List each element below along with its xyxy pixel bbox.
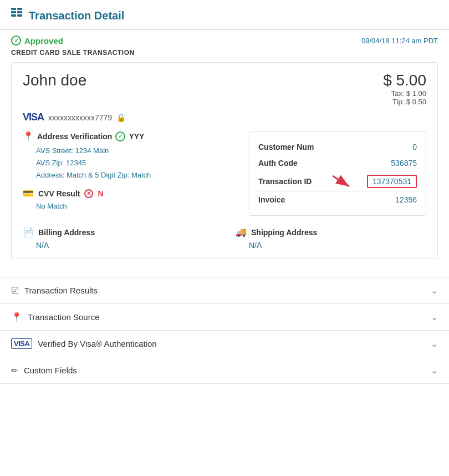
verified-by-visa-section[interactable]: VISA Verified By Visa® Authentication ⌄ xyxy=(0,330,449,357)
billing-heading: 📄 Billing Address xyxy=(23,227,213,237)
svg-rect-4 xyxy=(11,14,16,17)
shipping-heading: 🚚 Shipping Address xyxy=(236,227,426,237)
amount-main: $ 5.00 xyxy=(383,72,426,89)
cvv-card-icon: 💳 xyxy=(23,188,34,199)
transaction-id-label: Transaction ID xyxy=(258,177,312,186)
chevron-down-icon: ⌄ xyxy=(431,338,438,349)
shipping-section: 🚚 Shipping Address N/A xyxy=(236,227,426,250)
svg-rect-5 xyxy=(17,14,22,17)
cvv-label: CVV Result xyxy=(38,189,80,198)
customer-amount-row: John doe $ 5.00 Tax: $ 1.00 Tip: $ 0.50 xyxy=(23,72,426,106)
visa-badge-icon: VISA xyxy=(11,338,32,349)
transaction-source-left: 📍 Transaction Source xyxy=(11,312,100,322)
truck-icon: 🚚 xyxy=(236,227,247,237)
transaction-results-section[interactable]: ☑ Transaction Results ⌄ xyxy=(0,277,449,303)
pencil-icon: ✏ xyxy=(11,366,18,376)
auth-code-row: Auth Code 536875 xyxy=(258,155,417,171)
svg-rect-2 xyxy=(11,11,16,13)
invoice-label: Invoice xyxy=(258,195,285,204)
cvv-code: N xyxy=(98,189,103,198)
location-pin-icon: 📍 xyxy=(23,131,34,141)
cvv-x-icon: ✕ xyxy=(84,189,93,198)
avs-zip: AVS Zip: 12345 xyxy=(36,157,238,169)
info-left: 📍 Address Verification ✓ YYY AVS Street:… xyxy=(23,131,238,216)
transaction-id-value: 137370531 xyxy=(367,175,417,188)
avs-street: AVS Street: 1234 Main xyxy=(36,145,238,157)
status-bar: ✓ Approved 09/04/18 11:24 am PDT xyxy=(0,30,449,48)
page-title: Transaction Detail xyxy=(29,9,124,22)
customer-num-label: Customer Num xyxy=(258,143,314,151)
avs-details: AVS Street: 1234 Main AVS Zip: 12345 Add… xyxy=(36,145,238,181)
customer-name: John doe xyxy=(23,72,86,89)
lock-icon: 🔒 xyxy=(116,113,126,122)
custom-fields-section[interactable]: ✏ Custom Fields ⌄ xyxy=(0,357,449,384)
invoice-row: Invoice 12356 xyxy=(258,191,417,207)
billing-section: 📄 Billing Address N/A xyxy=(23,227,213,250)
billing-label: Billing Address xyxy=(38,228,95,237)
transaction-results-left: ☑ Transaction Results xyxy=(11,285,98,296)
address-verification-heading: 📍 Address Verification ✓ YYY xyxy=(23,131,238,141)
chevron-down-icon: ⌄ xyxy=(431,365,438,376)
custom-fields-left: ✏ Custom Fields xyxy=(11,366,77,376)
chevron-down-icon: ⌄ xyxy=(431,285,438,296)
invoice-value: 12356 xyxy=(395,195,417,204)
svg-rect-3 xyxy=(17,11,22,13)
timestamp: 09/04/18 11:24 am PDT xyxy=(361,37,438,45)
transaction-source-section[interactable]: 📍 Transaction Source ⌄ xyxy=(0,303,449,330)
amount-block: $ 5.00 Tax: $ 1.00 Tip: $ 0.50 xyxy=(383,72,426,106)
shipping-label: Shipping Address xyxy=(251,228,317,237)
red-arrow-icon xyxy=(333,173,366,190)
visa-logo: VISA xyxy=(23,112,44,123)
customer-num-row: Customer Num 0 xyxy=(258,139,417,155)
tax-amount: Tax: $ 1.00 xyxy=(383,89,426,98)
avs-match: Address: Match & 5 Digit Zip: Match xyxy=(36,169,238,181)
custom-fields-label: Custom Fields xyxy=(24,366,77,375)
grid-icon xyxy=(11,8,23,23)
main-card: John doe $ 5.00 Tax: $ 1.00 Tip: $ 0.50 … xyxy=(11,62,438,259)
collapsible-sections: ☑ Transaction Results ⌄ 📍 Transaction So… xyxy=(0,277,449,384)
status-approved: ✓ Approved xyxy=(11,36,63,45)
cvv-heading: 💳 CVV Result ✕ N xyxy=(23,188,238,199)
spacer xyxy=(0,268,449,277)
transaction-id-annotated: 137370531 xyxy=(367,175,417,188)
svg-line-7 xyxy=(333,176,349,186)
transaction-id-row: Transaction ID 137370531 xyxy=(258,171,417,191)
location-icon: 📍 xyxy=(11,312,22,322)
svg-rect-1 xyxy=(17,8,22,10)
tip-amount: Tip: $ 0.50 xyxy=(383,98,426,106)
detail-panel: Customer Num 0 Auth Code 536875 Transact… xyxy=(249,131,426,216)
card-number: xxxxxxxxxxxx7779 xyxy=(48,113,112,122)
cvv-description: No Match xyxy=(36,202,238,210)
chevron-down-icon: ⌄ xyxy=(431,312,438,322)
billing-value: N/A xyxy=(36,241,213,250)
card-row: VISA xxxxxxxxxxxx7779 🔒 xyxy=(23,112,426,123)
detail-panel-box: Customer Num 0 Auth Code 536875 Transact… xyxy=(249,131,426,216)
status-label: Approved xyxy=(24,36,63,45)
shipping-value: N/A xyxy=(249,241,426,250)
approved-check-icon: ✓ xyxy=(11,36,21,45)
check-mark-icon: ☑ xyxy=(11,285,19,296)
billing-icon: 📄 xyxy=(23,227,34,237)
cvv-section: 💳 CVV Result ✕ N No Match xyxy=(23,188,238,210)
transaction-source-label: Transaction Source xyxy=(28,312,100,322)
verified-by-visa-label: Verified By Visa® Authentication xyxy=(38,339,156,348)
auth-code-label: Auth Code xyxy=(258,159,298,168)
transaction-type: CREDIT CARD SALE TRANSACTION xyxy=(0,48,449,62)
avs-check-icon: ✓ xyxy=(115,131,125,141)
verified-by-visa-left: VISA Verified By Visa® Authentication xyxy=(11,338,157,349)
customer-num-value: 0 xyxy=(412,143,417,151)
avs-result-code: YYY xyxy=(129,132,144,141)
info-grid: 📍 Address Verification ✓ YYY AVS Street:… xyxy=(23,131,426,216)
transaction-results-label: Transaction Results xyxy=(24,286,98,295)
svg-rect-0 xyxy=(11,8,16,10)
auth-code-value: 536875 xyxy=(391,159,417,168)
avs-label: Address Verification xyxy=(37,132,112,141)
page-header: Transaction Detail xyxy=(0,0,449,30)
address-row: 📄 Billing Address N/A 🚚 Shipping Address… xyxy=(23,225,426,250)
